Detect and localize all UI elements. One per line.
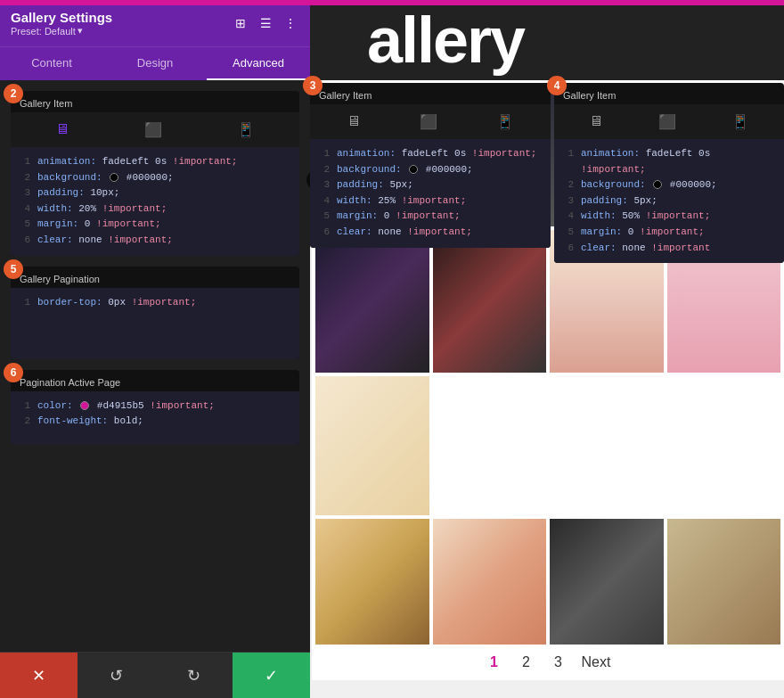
page-1-button[interactable]: 1 — [482, 650, 507, 675]
gallery-bottom-3 — [550, 519, 664, 650]
css-block-floating-3[interactable]: 1animation: fadeLeft 0s !important; 2bac… — [554, 139, 784, 263]
panel-header: Gallery Settings Preset: Default ▾ ⊞ ☰ ⋮ — [0, 0, 310, 46]
floating-section-gallery-item-2: Gallery Item 🖥 ⬛ 📱 1animation: fadeLeft … — [310, 83, 551, 248]
gallery-item-9 — [315, 376, 429, 519]
layout-icon[interactable]: ☰ — [257, 14, 274, 32]
panel-title: Gallery Settings — [11, 10, 112, 25]
section-gallery-item-1: Gallery Item 🖥 ⬛ 📱 1animation: fadeLeft … — [11, 91, 299, 256]
device-icons-row-2: 🖥 ⬛ 📱 — [310, 104, 551, 139]
badge-3: 3 — [303, 76, 323, 95]
css-block-active-page[interactable]: 1color: #d4915b5 !important; 2font-weigh… — [11, 391, 299, 445]
confirm-icon: ✓ — [265, 666, 278, 686]
maximize-icon[interactable]: ⊞ — [232, 14, 249, 32]
badge-2: 2 — [4, 84, 23, 103]
badge-4: 4 — [547, 76, 567, 95]
tablet-icon-1[interactable]: ⬛ — [137, 118, 169, 142]
section-title-pagination-active-page: Pagination Active Page — [11, 370, 299, 391]
mobile-icon-1[interactable]: 📱 — [230, 118, 262, 142]
panel-header-icons: ⊞ ☰ ⋮ — [232, 14, 299, 32]
settings-panel: Gallery Settings Preset: Default ▾ ⊞ ☰ ⋮… — [0, 0, 310, 698]
css-block-1[interactable]: 1animation: fadeLeft 0s !important; 2bac… — [11, 147, 299, 256]
tab-design[interactable]: Design — [103, 47, 207, 80]
panel-toolbar: ✕ ↺ ↻ ✓ — [0, 652, 310, 698]
undo-icon: ↺ — [110, 666, 123, 686]
css-block-pagination[interactable]: 1border-top: 0px !important; — [11, 288, 299, 359]
gallery-bottom-4 — [667, 519, 781, 650]
section-title-floating-2: Gallery Item — [310, 83, 551, 104]
section-title-gallery-item-1: Gallery Item — [11, 91, 299, 112]
section-gallery-pagination: Gallery Pagination 1border-top: 0px !imp… — [11, 267, 299, 359]
desktop-icon-3[interactable]: 🖥 — [582, 110, 610, 134]
tab-advanced[interactable]: Advanced — [207, 47, 310, 80]
desktop-icon-2[interactable]: 🖥 — [339, 110, 368, 134]
mobile-icon-2[interactable]: 📱 — [489, 110, 521, 134]
gallery-bottom-2 — [433, 519, 547, 650]
badge-6: 6 — [4, 363, 23, 382]
tablet-icon-2[interactable]: ⬛ — [412, 110, 445, 134]
cancel-icon: ✕ — [32, 666, 45, 686]
section-gallery-pagination-wrapper: 5 Gallery Pagination 1border-top: 0px !i… — [11, 267, 299, 359]
panel-tabs: Content Design Advanced — [0, 46, 310, 80]
panel-preset[interactable]: Preset: Default ▾ — [11, 25, 112, 37]
section-pagination-active-page-wrapper: 6 Pagination Active Page 1color: #d4915b… — [11, 370, 299, 445]
pagination-area: 1 2 3 Next — [312, 645, 784, 680]
more-options-icon[interactable]: ⋮ — [282, 14, 299, 32]
badge-5: 5 — [4, 259, 23, 279]
floating-section-3-wrapper: 3 Gallery Item 🖥 ⬛ 📱 1animation: fadeLef… — [310, 83, 551, 248]
page-3-button[interactable]: 3 — [546, 650, 571, 675]
device-icons-row-1: 🖥 ⬛ 📱 — [11, 112, 299, 147]
floating-section-gallery-item-3: Gallery Item 🖥 ⬛ 📱 1animation: fadeLeft … — [554, 83, 784, 263]
redo-icon: ↻ — [187, 666, 200, 686]
gallery-item-5 — [315, 230, 429, 373]
page-2-button[interactable]: 2 — [514, 650, 539, 675]
confirm-button[interactable]: ✓ — [233, 653, 310, 698]
section-pagination-active-page: Pagination Active Page 1color: #d4915b5 … — [11, 370, 299, 445]
mobile-icon-3[interactable]: 📱 — [724, 110, 756, 134]
section-gallery-item-1-wrapper: 2 Gallery Item 🖥 ⬛ 📱 1animation: fadeLef… — [11, 91, 299, 256]
top-magenta-bar — [0, 0, 784, 5]
tablet-icon-3[interactable]: ⬛ — [651, 110, 683, 134]
device-icons-row-3: 🖥 ⬛ 📱 — [554, 104, 784, 139]
section-title-gallery-pagination: Gallery Pagination — [11, 267, 299, 288]
panel-header-info: Gallery Settings Preset: Default ▾ — [11, 10, 112, 37]
redo-button[interactable]: ↻ — [155, 653, 233, 698]
gallery-grid-bottom — [312, 515, 784, 653]
gallery-bottom-1 — [315, 519, 429, 650]
floating-section-4-wrapper: 4 Gallery Item 🖥 ⬛ 📱 1animation: fadeLef… — [554, 83, 784, 263]
css-block-floating-2[interactable]: 1animation: fadeLeft 0s !important; 2bac… — [310, 139, 551, 248]
undo-button[interactable]: ↺ — [78, 653, 155, 698]
cancel-button[interactable]: ✕ — [0, 653, 78, 698]
tab-content[interactable]: Content — [0, 47, 103, 80]
gallery-item-6 — [433, 230, 547, 373]
desktop-icon-1[interactable]: 🖥 — [48, 118, 77, 142]
panel-body: 2 Gallery Item 🖥 ⬛ 📱 1animation: fadeLef… — [0, 80, 310, 652]
page-next-button[interactable]: Next — [578, 654, 615, 670]
section-title-floating-3: Gallery Item — [554, 83, 784, 104]
